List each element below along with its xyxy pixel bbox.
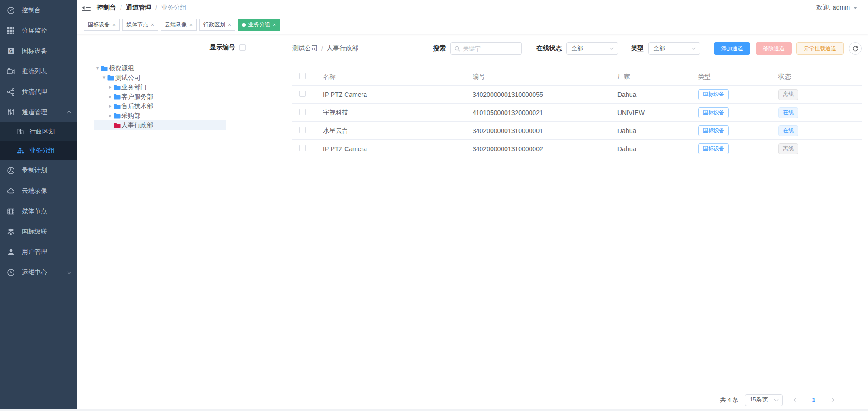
page-size-select[interactable]: 15条/页	[745, 394, 783, 406]
abnormal-channel-button[interactable]: 异常挂载通道	[796, 42, 844, 55]
chevron-up-icon	[67, 111, 72, 115]
tree-node-人事行政部[interactable]: 人事行政部	[94, 120, 226, 130]
caret-collapsed-icon[interactable]: ▸	[107, 113, 114, 119]
tab-label: 国标设备	[88, 21, 110, 29]
tab-媒体节点[interactable]: 媒体节点×	[122, 19, 158, 31]
camcorder-icon	[7, 67, 15, 76]
tree-node-根资源组[interactable]: ▾根资源组	[94, 63, 226, 73]
cell-code: 34020000001310000055	[467, 91, 612, 98]
selected-node: 人事行政部	[327, 44, 358, 53]
cell-code: 41010500001320000021	[467, 109, 612, 116]
type-value: 全部	[653, 44, 665, 53]
cell-status: 在线	[773, 107, 862, 118]
tab-label: 云端录像	[165, 21, 187, 29]
tab-close-icon[interactable]: ×	[228, 22, 231, 28]
tab-close-icon[interactable]: ×	[189, 22, 193, 28]
caret-collapsed-icon[interactable]: ▸	[107, 103, 114, 109]
sidebar-item-cloud-record[interactable]: 云端录像	[0, 181, 77, 201]
cell-name: IP PTZ Camera	[318, 145, 467, 153]
chevron-right-icon	[829, 398, 834, 402]
sidebar-item-record-plan[interactable]: 录制计划	[0, 160, 77, 181]
sidebar-item-gb-device[interactable]: G国标设备	[0, 41, 77, 61]
cell-vendor: Dahua	[612, 145, 693, 153]
sidebar-item-label: 通道管理	[22, 108, 47, 116]
tab-行政区划[interactable]: 行政区划×	[199, 19, 235, 31]
share-nodes-icon	[7, 88, 15, 96]
welcome-text: 欢迎, admin	[816, 4, 850, 12]
sidebar-item-label: 录制计划	[22, 167, 47, 175]
caret-expanded-icon[interactable]: ▾	[94, 65, 101, 71]
search-input[interactable]	[463, 45, 518, 52]
tree-node-采购部[interactable]: ▸采购部	[94, 111, 226, 120]
page-number-1[interactable]: 1	[808, 397, 819, 403]
caret-collapsed-icon[interactable]: ▸	[107, 94, 114, 100]
cell-checkbox	[292, 145, 318, 153]
table-footer: 共 4 条 15条/页 1	[292, 391, 862, 409]
tab-close-icon[interactable]: ×	[151, 22, 154, 28]
user-dropdown[interactable]: 欢迎, admin	[816, 4, 857, 12]
sidebar-item-label: 国标设备	[22, 47, 47, 55]
sidebar-item-channel-mgmt[interactable]: 通道管理	[0, 102, 77, 122]
tree-node-label: 采购部	[121, 112, 140, 120]
tab-云端录像[interactable]: 云端录像×	[161, 19, 197, 31]
tab-label: 业务分组	[248, 21, 270, 29]
breadcrumb-item-console[interactable]: 控制台	[97, 4, 116, 12]
building-icon	[17, 128, 24, 135]
column-header-code: 编号	[467, 73, 612, 81]
caret-expanded-icon[interactable]: ▾	[101, 75, 107, 81]
column-header-type: 类型	[693, 73, 773, 81]
cell-vendor: Dahua	[612, 127, 693, 134]
refresh-button[interactable]	[849, 42, 862, 55]
refresh-icon	[852, 45, 858, 52]
row-checkbox[interactable]	[299, 145, 306, 151]
breadcrumb-item-channel-mgmt[interactable]: 通道管理	[126, 4, 151, 12]
row-checkbox[interactable]	[299, 109, 306, 115]
sidebar-item-pull-proxy[interactable]: 拉流代理	[0, 81, 77, 102]
user-icon	[7, 248, 15, 256]
tree-node-售后技术部[interactable]: ▸售后技术部	[94, 101, 226, 111]
tree-node-测试公司[interactable]: ▾测试公司	[94, 73, 226, 82]
sidebar-item-label: 拉流代理	[22, 88, 47, 96]
sidebar-collapse-icon[interactable]	[82, 3, 91, 12]
sidebar-item-ops-center[interactable]: 运维中心	[0, 262, 77, 282]
online-status-select[interactable]: 全部	[566, 42, 618, 55]
type-tag: 国标设备	[698, 107, 729, 118]
tab-国标设备[interactable]: 国标设备×	[84, 19, 120, 31]
cell-checkbox	[292, 109, 318, 116]
tab-业务分组[interactable]: 业务分组×	[238, 19, 280, 31]
sidebar-item-user-mgmt[interactable]: 用户管理	[0, 242, 77, 262]
remove-channel-button[interactable]: 移除通道	[756, 42, 792, 55]
content-area: 显示编号 ▾根资源组▾测试公司▸业务部门▸客户服务部▸售后技术部▸采购部人事行政…	[77, 34, 868, 409]
row-checkbox[interactable]	[299, 91, 306, 97]
sidebar-item-push-list[interactable]: 推流列表	[0, 61, 77, 81]
prev-page-button[interactable]	[789, 394, 802, 406]
tree-node-label: 业务部门	[121, 83, 147, 91]
main-area: 控制台 / 通道管理 / 业务分组 欢迎, admin 国标设备×媒体节点×云端…	[77, 0, 868, 409]
sidebar-item-media-node[interactable]: 媒体节点	[0, 201, 77, 221]
total-count: 共 4 条	[720, 396, 738, 404]
type-select[interactable]: 全部	[648, 42, 700, 55]
table-row: IP PTZ Camera34020000001310000055Dahua国标…	[292, 86, 862, 104]
sidebar-item-biz-group[interactable]: 业务分组	[0, 141, 77, 160]
show-number-checkbox[interactable]	[239, 44, 246, 51]
tab-close-icon[interactable]: ×	[273, 22, 276, 28]
sidebar-item-split-screen[interactable]: 分屏监控	[0, 20, 77, 41]
row-checkbox[interactable]	[299, 127, 306, 133]
add-channel-button[interactable]: 添加通道	[714, 42, 750, 55]
tab-close-icon[interactable]: ×	[112, 22, 116, 28]
cell-name: 水星云台	[318, 127, 467, 135]
tree-node-label: 客户服务部	[121, 93, 153, 101]
select-all-checkbox[interactable]	[299, 73, 306, 79]
cell-vendor: Dahua	[612, 91, 693, 98]
sidebar-item-dashboard[interactable]: 控制台	[0, 0, 77, 20]
tree-node-客户服务部[interactable]: ▸客户服务部	[94, 92, 226, 101]
tree-panel: 显示编号 ▾根资源组▾测试公司▸业务部门▸客户服务部▸售后技术部▸采购部人事行政…	[77, 34, 283, 409]
tree-node-label: 测试公司	[115, 74, 140, 82]
sidebar-item-admin-region[interactable]: 行政区划	[0, 122, 77, 141]
next-page-button[interactable]	[825, 394, 838, 406]
sidebar-item-gb-cascade[interactable]: 国标级联	[0, 221, 77, 242]
tree-node-业务部门[interactable]: ▸业务部门	[94, 82, 226, 92]
sliders-icon	[7, 108, 15, 116]
caret-collapsed-icon[interactable]: ▸	[107, 84, 114, 90]
status-badge: 在线	[778, 107, 798, 118]
